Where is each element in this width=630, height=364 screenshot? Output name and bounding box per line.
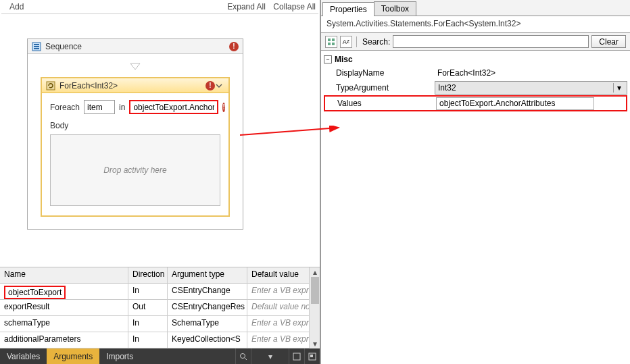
- category-label: Misc: [335, 55, 353, 64]
- body-drop-zone[interactable]: Drop activity here: [50, 134, 220, 206]
- prop-value-dropdown[interactable]: Int32 ▾: [435, 81, 627, 95]
- tab-arguments[interactable]: Arguments: [47, 348, 99, 364]
- arg-direction: Out: [128, 300, 168, 315]
- table-row[interactable]: objectToExport In CSEntryChange Enter a …: [0, 284, 320, 300]
- designer-surface[interactable]: Sequence ! ForEach<Int32> !: [0, 18, 320, 267]
- arg-default: Default value not su: [247, 300, 318, 315]
- table-row[interactable]: schemaType In SchemaType Enter a VB expr…: [0, 316, 320, 332]
- svg-rect-2: [34, 46, 39, 47]
- svg-rect-11: [328, 38, 331, 41]
- add-link[interactable]: Add: [9, 2, 24, 11]
- tab-strip: Properties Toolbox: [321, 0, 630, 16]
- col-direction[interactable]: Direction: [128, 267, 168, 283]
- body-label: Body: [50, 121, 220, 130]
- col-name[interactable]: Name: [0, 267, 128, 283]
- svg-rect-10: [310, 355, 313, 357]
- foreach-header[interactable]: ForEach<Int32> !: [42, 78, 228, 93]
- values-input[interactable]: [436, 97, 594, 110]
- col-default[interactable]: Default value: [247, 267, 318, 283]
- arg-name: schemaType: [0, 316, 128, 332]
- designer-pane: Add Expand All Collapse All Sequence !: [0, 0, 320, 364]
- sequence-body: ForEach<Int32> ! Foreach in !: [28, 54, 243, 229]
- tab-imports[interactable]: Imports: [99, 348, 140, 364]
- properties-pane: Properties Toolbox System.Activities.Sta…: [320, 0, 630, 364]
- scroll-up-icon[interactable]: ▴: [310, 267, 320, 277]
- chevron-down-icon[interactable]: ▾: [613, 83, 624, 93]
- svg-rect-5: [47, 82, 55, 90]
- table-row[interactable]: exportResult Out CSEntryChangeRes Defaul…: [0, 300, 320, 316]
- col-type[interactable]: Argument type: [168, 267, 247, 283]
- in-label: in: [119, 103, 125, 112]
- chevron-down-icon[interactable]: [215, 82, 223, 90]
- designer-toolbar: Add Expand All Collapse All: [0, 0, 320, 14]
- svg-rect-14: [332, 43, 335, 45]
- scroll-thumb[interactable]: [311, 277, 319, 304]
- svg-rect-12: [332, 38, 335, 41]
- properties-toolbar: AZ Search: Clear: [321, 32, 630, 51]
- arg-type: KeyedCollection<S: [168, 332, 247, 348]
- separator: [356, 36, 357, 47]
- fit-icon[interactable]: [289, 348, 304, 364]
- sequence-title: Sequence: [45, 42, 229, 51]
- property-row[interactable]: DisplayName ForEach<Int32>: [324, 66, 627, 80]
- arg-name: exportResult: [0, 300, 128, 315]
- dropdown-value: Int32: [438, 83, 456, 93]
- prop-name: Values: [325, 99, 436, 108]
- svg-rect-13: [328, 43, 331, 45]
- properties-grid: − Misc DisplayName ForEach<Int32> TypeAr…: [321, 51, 630, 364]
- categorized-icon[interactable]: [325, 36, 337, 48]
- overview-icon[interactable]: [304, 348, 320, 364]
- error-icon[interactable]: !: [229, 42, 239, 51]
- arguments-table: Name Direction Argument type Default val…: [0, 267, 320, 348]
- tab-properties[interactable]: Properties: [322, 2, 374, 16]
- sequence-header[interactable]: Sequence !: [28, 39, 243, 54]
- arg-default: Enter a VB express: [247, 316, 318, 332]
- drop-indicator-icon: [128, 61, 142, 72]
- foreach-title: ForEach<Int32>: [59, 81, 205, 90]
- sequence-icon: [32, 42, 41, 51]
- zoom-dropdown[interactable]: ▾: [251, 348, 289, 364]
- property-row[interactable]: TypeArgument Int32 ▾: [324, 80, 627, 95]
- foreach-icon: [46, 81, 55, 90]
- collection-input[interactable]: [129, 100, 218, 114]
- search-input[interactable]: [393, 35, 589, 48]
- arg-type: CSEntryChangeRes: [168, 300, 247, 315]
- arg-name: additionalParameters: [0, 332, 128, 348]
- foreach-activity[interactable]: ForEach<Int32> ! Foreach in !: [41, 77, 230, 217]
- scroll-down-icon[interactable]: ▾: [310, 339, 320, 348]
- property-row-values[interactable]: Values ! …: [324, 95, 627, 111]
- sequence-activity[interactable]: Sequence ! ForEach<Int32> !: [27, 38, 243, 230]
- collapse-all-link[interactable]: Collapse All: [273, 2, 316, 11]
- arg-default: Enter a VB express: [247, 332, 318, 348]
- error-icon[interactable]: !: [222, 103, 224, 112]
- scrollbar[interactable]: ▴ ▾: [309, 267, 320, 348]
- tab-toolbox[interactable]: Toolbox: [374, 1, 416, 16]
- prop-value[interactable]: ForEach<Int32>: [435, 68, 627, 78]
- arg-direction: In: [128, 284, 168, 299]
- search-label: Search:: [362, 37, 390, 47]
- divider: [1, 14, 318, 14]
- error-icon[interactable]: !: [205, 81, 215, 90]
- arg-direction: In: [128, 316, 168, 332]
- item-input[interactable]: [84, 100, 115, 114]
- search-icon[interactable]: [235, 348, 251, 364]
- bottom-bar: Variables Arguments Imports ▾: [0, 348, 320, 364]
- svg-point-6: [241, 353, 245, 358]
- table-row[interactable]: additionalParameters In KeyedCollection<…: [0, 332, 320, 348]
- alphabetical-icon[interactable]: AZ: [340, 36, 352, 48]
- arg-name: objectToExport: [4, 286, 66, 299]
- svg-rect-3: [34, 48, 39, 49]
- type-name: System.Activities.Statements.ForEach<Sys…: [321, 16, 630, 32]
- arg-type: CSEntryChange: [168, 284, 247, 299]
- arg-type: SchemaType: [168, 316, 247, 332]
- prop-name: TypeArgument: [324, 83, 435, 93]
- clear-button[interactable]: Clear: [591, 35, 626, 48]
- svg-marker-4: [130, 63, 140, 70]
- svg-line-7: [245, 358, 247, 360]
- svg-rect-8: [293, 353, 300, 360]
- tab-variables[interactable]: Variables: [0, 348, 47, 364]
- category-row[interactable]: − Misc: [324, 53, 627, 66]
- collapse-toggle-icon[interactable]: −: [324, 55, 332, 63]
- foreach-body: Foreach in ! Body Drop activity here: [42, 93, 228, 215]
- expand-all-link[interactable]: Expand All: [227, 2, 266, 11]
